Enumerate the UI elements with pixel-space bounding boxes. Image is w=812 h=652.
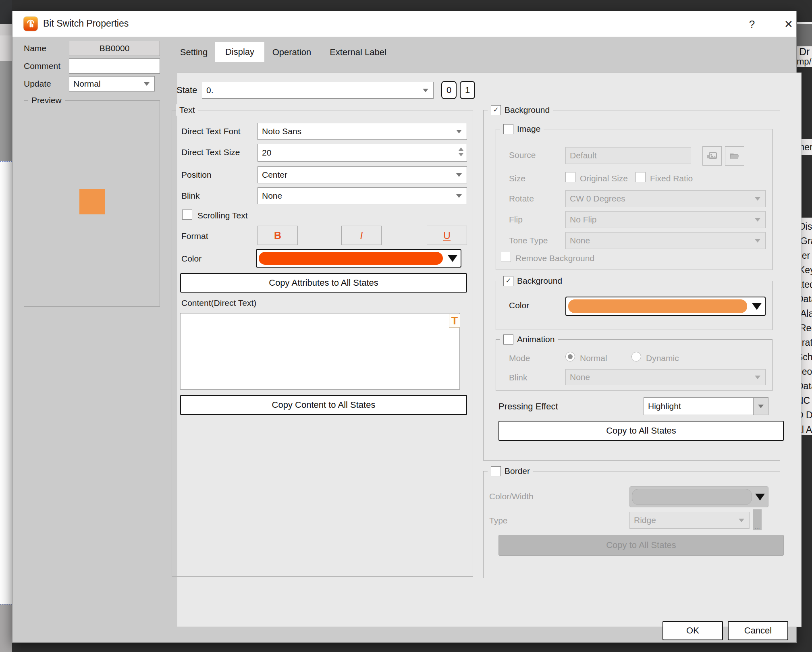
ok-button[interactable]: OK — [662, 621, 723, 640]
pressing-effect-label: Pressing Effect — [498, 401, 558, 412]
name-field: BB0000 — [69, 41, 160, 56]
preview-group: Preview — [24, 100, 160, 307]
help-icon: ? — [749, 18, 755, 31]
tab-label: External Label — [330, 47, 386, 58]
state-0-label: 0 — [446, 85, 451, 96]
name-value: BB0000 — [100, 44, 130, 53]
dropdown-arrow-icon — [752, 303, 762, 310]
position-value: Center — [262, 170, 287, 180]
direct-text-font-value: Noto Sans — [262, 127, 301, 136]
source-label: Source — [509, 150, 536, 160]
state-dropdown[interactable]: 0. — [202, 82, 434, 99]
chevron-down-icon — [755, 197, 760, 201]
tab-label: Display — [225, 47, 254, 57]
screen: Dr mp/ mer Disp Gra her Key ated Data Al… — [0, 0, 812, 652]
mode-dynamic-radio — [631, 352, 641, 361]
direct-text-size-label: Direct Text Size — [181, 147, 240, 157]
chevron-down-icon — [144, 82, 150, 86]
pressing-effect-arrow-button[interactable] — [753, 397, 768, 415]
image-group-label: Image — [517, 123, 540, 135]
bg-left-toolbar-strip2 — [0, 35, 12, 61]
state-1-button[interactable]: 1 — [460, 81, 475, 99]
chevron-down-icon — [758, 405, 764, 408]
direct-text-size-value: 20 — [262, 148, 271, 158]
tab-external-label[interactable]: External Label — [321, 43, 395, 62]
blink-dropdown[interactable]: None — [258, 187, 467, 204]
italic-button[interactable]: I — [341, 226, 382, 245]
background-group-title: ✓ Background — [488, 104, 553, 116]
dialog-title: Bit Switch Properties — [43, 18, 129, 29]
position-dropdown[interactable]: Center — [258, 166, 467, 183]
image-group-title: Image — [500, 123, 544, 135]
border-checkbox[interactable] — [491, 466, 501, 476]
background-group: ✓ Background Image Source Default Size — [483, 110, 780, 461]
bg-fragment-text: Dr — [797, 46, 812, 57]
comment-input[interactable] — [69, 58, 160, 74]
animation-checkbox[interactable] — [503, 334, 513, 345]
image-checkbox[interactable] — [503, 124, 513, 134]
mode-dynamic-label: Dynamic — [646, 353, 679, 363]
bold-icon: B — [274, 230, 281, 241]
chevron-down-icon — [755, 239, 760, 243]
tone-type-dropdown: None — [565, 232, 766, 249]
italic-icon: I — [360, 230, 363, 241]
dropdown-arrow-icon — [755, 494, 765, 500]
state-1-label: 1 — [465, 85, 470, 96]
mode-normal-radio — [565, 352, 575, 361]
pressing-effect-dropdown[interactable]: Highlight — [644, 397, 768, 415]
update-dropdown[interactable]: Normal — [69, 76, 155, 91]
bg-left-toolbar-strip — [0, 24, 12, 35]
copy-attributes-label: Copy Attributes to All States — [269, 278, 378, 288]
text-tool-icon[interactable]: T — [449, 314, 460, 328]
direct-text-font-dropdown[interactable]: Noto Sans — [258, 123, 467, 140]
state-value: 0. — [206, 85, 214, 95]
source-value: Default — [570, 151, 597, 160]
background-color-group-title: ✓ Background — [500, 275, 565, 287]
background-color-value — [568, 299, 747, 313]
background-color-swatch[interactable] — [565, 297, 766, 316]
tab-operation[interactable]: Operation — [266, 43, 318, 62]
scrolling-text-checkbox[interactable] — [182, 210, 192, 220]
tab-display[interactable]: Display — [215, 42, 264, 62]
background-group-label: Background — [505, 104, 550, 116]
state-0-button[interactable]: 0 — [441, 81, 457, 99]
content-textarea[interactable] — [180, 313, 460, 390]
chevron-down-icon — [456, 130, 462, 133]
animation-blink-dropdown: None — [565, 369, 766, 385]
tab-setting[interactable]: Setting — [174, 43, 214, 62]
remove-background-checkbox — [501, 252, 511, 262]
bg-right-fragment-panel-top: Dr mp/ — [797, 46, 812, 67]
preview-group-title: Preview — [28, 95, 65, 106]
border-type-dropdown: Ridge — [629, 512, 750, 529]
background-color-label: Color — [509, 301, 529, 310]
direct-text-size-spinner[interactable]: 20 — [258, 144, 467, 162]
background-color-checkbox[interactable]: ✓ — [503, 276, 513, 286]
spinner-arrows[interactable] — [459, 147, 463, 156]
ok-label: OK — [686, 625, 699, 636]
border-group: Border Color/Width Type Ridge ... Copy t… — [483, 471, 780, 578]
close-button[interactable]: ✕ — [781, 16, 797, 32]
bg-left-dark-strip — [0, 0, 12, 24]
copy-to-all-states-button[interactable]: Copy to All States — [498, 421, 784, 441]
text-color-swatch[interactable] — [256, 249, 461, 268]
position-label: Position — [181, 170, 212, 180]
background-checkbox[interactable]: ✓ — [491, 105, 501, 115]
bg-left-bottom-gray — [0, 604, 12, 652]
help-button[interactable]: ? — [744, 16, 760, 32]
original-size-label: Original Size — [580, 174, 628, 183]
cancel-button[interactable]: Cancel — [728, 621, 788, 640]
color-width-label: Color/Width — [489, 492, 534, 501]
background-color-group-label: Background — [517, 275, 562, 287]
rotate-value: CW 0 Degrees — [570, 194, 625, 203]
blink-label: Blink — [181, 191, 200, 201]
select-image-button — [702, 146, 722, 166]
copy-content-button[interactable]: Copy Content to All States — [180, 395, 467, 415]
tone-type-label: Tone Type — [509, 236, 548, 245]
name-label: Name — [24, 44, 46, 53]
animation-blink-value: None — [570, 372, 590, 382]
background-color-group: ✓ Background Color — [496, 281, 773, 330]
border-color-value — [632, 489, 752, 505]
bold-button[interactable]: B — [258, 226, 298, 245]
underline-button[interactable]: U — [427, 226, 467, 245]
copy-attributes-button[interactable]: Copy Attributes to All States — [180, 273, 467, 293]
